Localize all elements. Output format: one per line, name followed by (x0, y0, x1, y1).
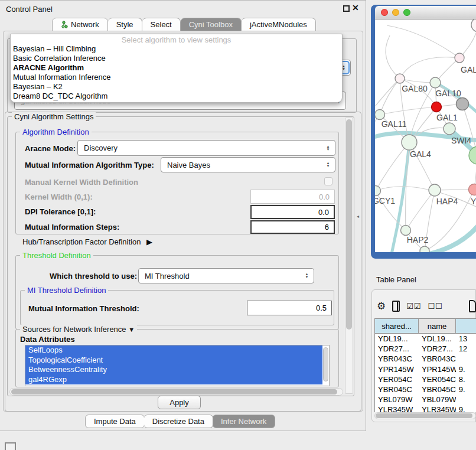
aracne-mode-combo[interactable]: Discovery ▲▼ (77, 140, 335, 156)
dropdown-item[interactable]: Bayesian – K2 (11, 82, 342, 92)
apply-button[interactable]: Apply (158, 396, 201, 409)
node-gal1-selected[interactable] (432, 102, 442, 112)
threshold-definition-title: Threshold Definition (20, 251, 93, 260)
node-hap2[interactable] (401, 226, 411, 236)
cell: YER054C (375, 374, 419, 384)
tab-network[interactable]: Network (52, 18, 108, 31)
node-label: GAL11 (382, 119, 407, 129)
control-panel-tabs: Network Style Select Cyni Toolbox jActiv… (52, 18, 316, 31)
close-icon[interactable]: ✕ (352, 3, 359, 12)
node-unlabeled[interactable] (471, 19, 476, 32)
gear-icon[interactable]: ⚙ (377, 300, 386, 312)
node-gal11[interactable] (375, 110, 385, 120)
dropdown-item[interactable]: Basic Correlation Inference (11, 54, 342, 63)
node-gal10[interactable] (430, 77, 441, 88)
table-horizontal-scrollbar[interactable] (374, 412, 476, 419)
aracne-mode-value: Discovery (78, 144, 324, 152)
list-item[interactable]: TopologicalCoefficient (25, 356, 322, 366)
list-scrollbar-thumb[interactable] (323, 347, 328, 381)
node-label: SWI4 (451, 136, 471, 145)
aracne-mode-label: Aracne Mode: (25, 144, 76, 153)
cell: YLR345W (419, 405, 456, 412)
dropdown-item[interactable]: Dream8 DC_TDC Algorithm (11, 92, 342, 101)
tab-impute-data[interactable]: Impute Data (85, 415, 145, 428)
node-label: GAL10 (435, 89, 461, 98)
cell: YDL19... (419, 334, 456, 344)
cell: YPR145W (419, 364, 456, 374)
hub-section-label: Hub/Transcription Factor Definition (22, 237, 141, 246)
table-row[interactable]: YBR043C YBR043C (375, 354, 476, 364)
deselect-all-icon[interactable]: ☐☐ (428, 302, 442, 311)
tab-infer-network[interactable]: Infer Network (213, 415, 275, 428)
minimize-button[interactable] (392, 9, 399, 16)
kernel-width-label: Kernel Width (0,1): (25, 193, 93, 201)
tab-jactivemnodules[interactable]: jActiveMNodules (242, 18, 316, 31)
mi-steps-field[interactable]: 6 (250, 220, 335, 234)
tab-cyni-toolbox[interactable]: Cyni Toolbox (181, 18, 242, 31)
cell (456, 394, 476, 405)
network-window-titlebar[interactable] (375, 6, 476, 19)
list-item[interactable]: SelfLoops (25, 345, 322, 356)
close-button[interactable] (381, 9, 388, 16)
zoom-button[interactable] (403, 9, 410, 16)
docked-panel-icon[interactable] (5, 442, 16, 450)
node-gcy1[interactable] (375, 186, 381, 196)
list-item[interactable]: BetweennessCentrality (25, 365, 322, 375)
settings-horizontal-scrollbar[interactable] (9, 388, 343, 396)
cell (456, 354, 476, 364)
cell: YER054C (419, 374, 456, 384)
mi-type-combo[interactable]: Naive Bayes ▲▼ (161, 157, 335, 172)
table-row[interactable]: YDL19... YDL19... 13 (375, 334, 476, 344)
cyni-bottom-tabs: Impute Data Discretize Data Infer Networ… (86, 415, 275, 428)
tab-style[interactable]: Style (108, 18, 142, 31)
mi-threshold-field[interactable]: 0.5 (247, 301, 332, 315)
which-threshold-combo[interactable]: MI Threshold ▲▼ (138, 268, 314, 283)
network-canvas[interactable]: GAL GAL80 GAL10 GAL1 GAL11 SWI4 GAL4 GCY… (375, 19, 476, 252)
list-item[interactable]: gal4RGexp (25, 375, 322, 385)
cell: YBR045C (375, 384, 419, 394)
scrollbar-thumb[interactable] (376, 413, 472, 418)
node-bottom[interactable] (420, 246, 429, 252)
file-icon[interactable] (469, 300, 476, 312)
data-attributes-list[interactable]: SelfLoops TopologicalCoefficient Between… (25, 345, 330, 386)
scrollbar-thumb[interactable] (11, 389, 337, 394)
column-layout-icon[interactable] (392, 301, 400, 312)
dropdown-item[interactable]: Mutual Information Inference (11, 73, 342, 82)
dropdown-item-selected[interactable]: ARACNE Algorithm (11, 63, 342, 73)
kernel-width-field[interactable]: 0.0 (250, 190, 335, 204)
node-hap4[interactable] (429, 184, 441, 196)
select-all-icon[interactable]: ☑☑ (406, 302, 421, 311)
node-label: GAL80 (402, 84, 428, 93)
float-icon[interactable] (343, 5, 350, 12)
node-salmon[interactable] (469, 184, 476, 195)
node-gal[interactable] (455, 53, 464, 63)
manual-kernel-checkbox[interactable] (324, 177, 332, 185)
table-row[interactable]: YBL079W YBL079W (375, 394, 476, 405)
dropdown-item[interactable]: Bayesian – Hill Climbing (11, 44, 342, 54)
node-swi4[interactable] (444, 123, 455, 135)
tab-select[interactable]: Select (142, 18, 181, 31)
sources-group-toggle[interactable]: Sources for Network Inference ▼ (20, 325, 137, 334)
node-gray[interactable] (457, 98, 469, 110)
column-header-name[interactable]: name (419, 319, 456, 333)
node-gal4[interactable] (402, 135, 417, 150)
table-row[interactable]: YER054C YER054C 8. (375, 374, 476, 384)
table-row[interactable]: YDR27... YDR27... 12 (375, 344, 476, 354)
splitter-collapse-arrow[interactable]: ◂ (357, 214, 359, 219)
control-panel: Control Panel ✕ Network Style Select (0, 0, 366, 431)
node-gal80[interactable] (395, 74, 405, 83)
column-header-shared-name[interactable]: shared... (375, 319, 419, 333)
table-row[interactable]: YLR345W YLR345W 9. (375, 405, 476, 412)
hub-section-toggle[interactable]: Hub/Transcription Factor Definition ▶ (22, 237, 152, 246)
cell: YDR27... (419, 344, 456, 354)
dpi-tolerance-field[interactable]: 0.0 (250, 205, 335, 219)
scrollbar-thumb[interactable] (346, 119, 352, 330)
settings-vertical-scrollbar[interactable] (345, 118, 353, 394)
cell: 13 (456, 334, 476, 344)
column-header-partial[interactable] (456, 319, 476, 333)
table-row[interactable]: YBR045C YBR045C 9. (375, 384, 476, 394)
dropdown-placeholder: Select algorithm to view settings (11, 34, 342, 44)
table-row[interactable]: YPR145W YPR145W 9. (375, 364, 476, 374)
cell: YLR345W (375, 405, 419, 412)
tab-discretize-data[interactable]: Discretize Data (144, 415, 213, 428)
